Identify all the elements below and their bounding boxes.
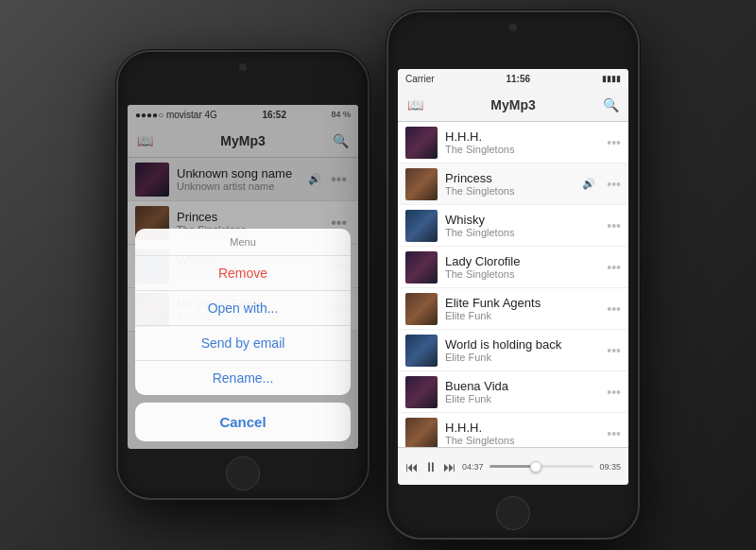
right-song-thumb-5 [405, 335, 438, 367]
right-nav-bar: 📖 MyMp3 🔍 [398, 88, 628, 122]
player-progress-fill [490, 465, 531, 468]
right-song-item-7[interactable]: H.H.H. The Singletons ••• [398, 413, 628, 447]
action-sheet-title: Menu [135, 229, 351, 256]
right-song-item-3[interactable]: Lady Clorofile The Singletons ••• [398, 247, 628, 288]
right-song-thumb-7 [405, 418, 438, 448]
right-screen: Carrier 11:56 ▮▮▮▮ 📖 MyMp3 🔍 H.H.H. The … [398, 69, 628, 485]
right-dots-btn-0[interactable]: ••• [607, 135, 621, 150]
right-song-item-0[interactable]: H.H.H. The Singletons ••• [398, 122, 628, 163]
right-dots-btn-7[interactable]: ••• [607, 426, 621, 441]
right-song-thumb-3 [405, 251, 438, 284]
left-phone: ●●●●○ movistar 4G 16:52 84 % 📖 MyMp3 🔍 U… [116, 50, 369, 500]
right-dots-btn-3[interactable]: ••• [607, 260, 621, 275]
right-time: 11:56 [506, 74, 530, 84]
action-send-email[interactable]: Send by email [135, 326, 351, 361]
speaker-dot-right [509, 24, 517, 31]
action-sheet-overlay[interactable]: Menu Remove Open with... Send by email R… [128, 105, 358, 449]
right-dots-btn-4[interactable]: ••• [607, 301, 621, 317]
right-song-name-1: Princess [445, 171, 575, 185]
right-song-thumb-2 [405, 210, 438, 242]
right-dots-btn-6[interactable]: ••• [607, 385, 621, 400]
right-nav-title: MyMp3 [490, 97, 535, 112]
right-song-thumb-4 [405, 293, 438, 325]
player-bar: ⏮ ⏸ ⏭ 04:37 09:35 [398, 447, 628, 485]
right-song-item-1[interactable]: Princess The Singletons 🔊 ••• [398, 163, 628, 205]
right-song-info-4: Elite Funk Agents Elite Funk [445, 296, 599, 321]
right-song-info-2: Whisky The Singletons [445, 213, 599, 238]
home-button-right[interactable] [496, 496, 530, 530]
player-progress[interactable] [490, 465, 594, 468]
right-song-name-3: Lady Clorofile [445, 254, 599, 268]
right-song-item-2[interactable]: Whisky The Singletons ••• [398, 205, 628, 247]
right-song-artist-1: The Singletons [445, 185, 575, 197]
right-dots-btn-2[interactable]: ••• [607, 218, 621, 233]
right-song-thumb-1 [405, 168, 438, 200]
action-rename[interactable]: Rename... [135, 361, 351, 395]
right-song-artist-5: Elite Funk [445, 352, 599, 363]
right-song-info-7: H.H.H. The Singletons [445, 421, 599, 446]
right-song-name-2: Whisky [445, 213, 599, 227]
player-thumb[interactable] [530, 461, 541, 473]
right-song-name-4: Elite Funk Agents [445, 296, 599, 310]
action-remove[interactable]: Remove [135, 256, 351, 291]
right-carrier: Carrier [405, 74, 435, 84]
right-nav-book-icon[interactable]: 📖 [407, 97, 423, 112]
right-song-name-7: H.H.H. [445, 421, 599, 435]
right-song-item-4[interactable]: Elite Funk Agents Elite Funk ••• [398, 288, 628, 330]
speaker-dot-left [239, 63, 247, 71]
right-song-artist-0: The Singletons [445, 144, 599, 155]
right-song-artist-7: The Singletons [445, 435, 599, 446]
right-song-name-0: H.H.H. [445, 129, 599, 144]
right-phone: Carrier 11:56 ▮▮▮▮ 📖 MyMp3 🔍 H.H.H. The … [387, 10, 640, 540]
forward-button[interactable]: ⏭ [443, 459, 456, 474]
right-battery: ▮▮▮▮ [602, 74, 621, 83]
right-song-artist-3: The Singletons [445, 268, 599, 280]
action-cancel[interactable]: Cancel [135, 403, 351, 441]
right-song-name-5: World is holding back [445, 337, 599, 352]
home-button-left[interactable] [226, 456, 260, 490]
total-time: 09:35 [599, 462, 621, 472]
action-sheet: Menu Remove Open with... Send by email R… [135, 229, 351, 395]
right-dots-btn-1[interactable]: ••• [607, 177, 621, 192]
right-song-info-5: World is holding back Elite Funk [445, 337, 599, 363]
right-song-info-3: Lady Clorofile The Singletons [445, 254, 599, 280]
current-time: 04:37 [462, 462, 484, 472]
right-song-info-0: H.H.H. The Singletons [445, 129, 599, 155]
right-song-info-1: Princess The Singletons [445, 171, 575, 197]
right-speaker-icon-1: 🔊 [582, 178, 595, 190]
rewind-button[interactable]: ⏮ [405, 459, 419, 474]
right-song-thumb-6 [405, 376, 438, 408]
right-song-item-5[interactable]: World is holding back Elite Funk ••• [398, 330, 628, 371]
right-song-artist-4: Elite Funk [445, 310, 599, 321]
left-screen: ●●●●○ movistar 4G 16:52 84 % 📖 MyMp3 🔍 U… [128, 105, 358, 449]
right-song-info-6: Buena Vida Elite Funk [445, 379, 599, 404]
right-song-artist-6: Elite Funk [445, 393, 599, 404]
right-nav-search-icon[interactable]: 🔍 [603, 97, 619, 112]
right-song-list: H.H.H. The Singletons ••• Princess The S… [398, 122, 628, 447]
pause-button[interactable]: ⏸ [424, 459, 438, 474]
right-song-artist-2: The Singletons [445, 227, 599, 238]
right-song-thumb-0 [405, 127, 438, 159]
action-open-with[interactable]: Open with... [135, 291, 351, 326]
right-dots-btn-5[interactable]: ••• [607, 343, 621, 358]
right-song-name-6: Buena Vida [445, 379, 599, 393]
phones-container: ●●●●○ movistar 4G 16:52 84 % 📖 MyMp3 🔍 U… [116, 10, 640, 540]
right-song-item-6[interactable]: Buena Vida Elite Funk ••• [398, 371, 628, 413]
right-status-bar: Carrier 11:56 ▮▮▮▮ [398, 69, 628, 88]
